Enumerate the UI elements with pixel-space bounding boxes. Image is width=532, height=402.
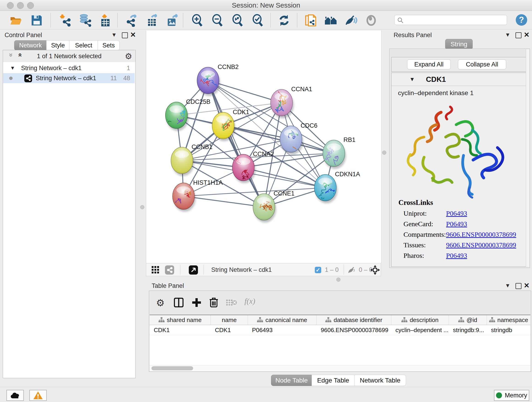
network-node-label: CCNB1 — [191, 143, 213, 150]
cell-id[interactable]: stringdb:9... — [449, 325, 487, 335]
tab-network[interactable]: Network — [14, 40, 47, 51]
open-session-icon[interactable] — [10, 14, 22, 27]
network-node-count: 11 — [110, 73, 117, 83]
crosslink-uniprot-link[interactable]: P06493 — [446, 210, 467, 217]
export-table-icon[interactable] — [146, 14, 158, 27]
network-collection-label: String Network – cdk1 — [21, 63, 82, 73]
expand-all-button[interactable]: Expand All — [407, 59, 451, 70]
cell-canonical-name[interactable]: P06493 — [248, 325, 317, 335]
hidden-eye-slash-icon[interactable] — [348, 267, 356, 274]
save-session-icon[interactable] — [30, 14, 43, 27]
tab-sets[interactable]: Sets — [98, 40, 120, 51]
column-header-namespace[interactable]: namespace — [487, 315, 530, 325]
network-row[interactable]: String Network – cdk1 11 48 — [3, 73, 135, 83]
import-network-database-icon[interactable] — [79, 14, 92, 27]
crosslink-compartments-link[interactable]: 9606.ENSP00000378699 — [446, 230, 516, 238]
import-network-file-icon[interactable] — [59, 14, 72, 27]
table-horizontal-scrollbar[interactable] — [150, 365, 530, 371]
results-tab-string[interactable]: String — [445, 39, 473, 50]
column-header-name[interactable]: name — [211, 315, 248, 325]
cell-database-identifier[interactable]: 9606.ENSP00000378699 — [317, 325, 391, 335]
title-bar: Session: New Session — [0, 0, 532, 11]
show-all-nodes-icon[interactable] — [324, 14, 337, 27]
column-header-shared-name[interactable]: shared name — [150, 315, 211, 325]
table-panel-close-button[interactable]: ✕ — [524, 281, 530, 289]
right-splitter-handle[interactable] — [382, 151, 386, 155]
memory-button[interactable]: Memory — [494, 390, 529, 401]
crosslink-pharos-link[interactable]: P06493 — [446, 252, 467, 259]
bottom-splitter-handle[interactable] — [336, 278, 341, 282]
network-node[interactable]: CCNA1 — [271, 86, 312, 118]
help-button[interactable]: ? — [516, 14, 527, 26]
column-header-id[interactable]: @id — [449, 315, 487, 325]
column-header-description[interactable]: description — [391, 315, 449, 325]
detach-view-icon[interactable] — [189, 265, 198, 274]
network-list-panel: » » 1 of 1 Network selected ⚙ ▼ String N… — [3, 50, 136, 378]
network-node-label: CDK1 — [233, 109, 249, 115]
control-panel-float-button[interactable] — [122, 32, 128, 38]
zoom-in-icon[interactable] — [191, 14, 203, 27]
zoom-selected-icon[interactable] — [251, 14, 264, 27]
hide-selected-icon[interactable] — [345, 14, 357, 27]
network-node[interactable]: CCNA2 — [232, 151, 274, 183]
collapse-all-button[interactable]: Collapse All — [458, 59, 506, 70]
export-network-icon[interactable] — [126, 14, 138, 27]
control-panel-menu-caret[interactable]: ▼ — [111, 32, 117, 38]
network-node[interactable]: CCNB2 — [197, 64, 239, 96]
network-node[interactable]: CCNB1 — [171, 143, 213, 176]
shared-column-icon — [325, 317, 331, 323]
network-node[interactable]: CDC25B — [162, 98, 210, 131]
cloud-status-button[interactable] — [6, 390, 24, 401]
clone-network-icon[interactable] — [304, 14, 317, 27]
network-badge-icon[interactable] — [165, 265, 174, 274]
network-collection-row[interactable]: ▼ String Network – cdk1 1 — [3, 63, 135, 73]
selected-nodes-checkbox[interactable]: ✓ — [315, 267, 321, 273]
export-image-icon[interactable] — [166, 14, 179, 27]
import-table-file-icon[interactable] — [99, 14, 112, 27]
network-view-canvas[interactable]: CCNB2CCNA1CDC25BCDK1CDC6RB1CCNB1CCNA2CDK… — [146, 31, 381, 263]
table-options-gear-icon[interactable]: ⚙ — [156, 297, 165, 308]
show-columns-icon[interactable] — [174, 298, 184, 307]
network-list-options-gear-icon[interactable]: ⚙ — [125, 51, 132, 61]
tab-edge-table[interactable]: Edge Table — [312, 375, 355, 386]
create-column-icon[interactable] — [192, 298, 201, 307]
warnings-button[interactable] — [29, 390, 47, 401]
control-panel-close-button[interactable]: ✕ — [130, 31, 136, 39]
grid-view-icon[interactable] — [152, 266, 159, 274]
search-input[interactable] — [394, 15, 507, 25]
cell-description[interactable]: cyclin–dependent ... — [391, 325, 449, 335]
network-node[interactable]: RB1 — [323, 136, 355, 169]
results-panel-menu-caret[interactable]: ▼ — [505, 32, 510, 38]
string-network-graph[interactable]: CCNB2CCNA1CDC25BCDK1CDC6RB1CCNB1CCNA2CDK… — [146, 31, 381, 263]
cell-name[interactable]: CDK1 — [211, 325, 248, 335]
gene-section-header[interactable]: ▼ CDK1 — [392, 73, 527, 86]
network-node[interactable]: CCNE1 — [253, 190, 295, 223]
crosslink-genecard-link[interactable]: P06493 — [446, 220, 467, 228]
scrollbar-thumb[interactable] — [152, 366, 193, 370]
cell-shared-name[interactable]: CDK1 — [150, 325, 211, 335]
gene-collapse-caret[interactable]: ▼ — [409, 76, 415, 83]
results-scrollbar[interactable] — [526, 49, 529, 267]
results-panel-float-button[interactable] — [515, 32, 521, 38]
network-node[interactable]: CDC6 — [280, 122, 317, 155]
table-panel-float-button[interactable] — [515, 283, 521, 289]
table-panel-menu-caret[interactable]: ▼ — [505, 282, 510, 289]
tab-node-table[interactable]: Node Table — [271, 375, 312, 386]
tree-expander-icon[interactable]: ▼ — [10, 63, 15, 73]
apply-layout-refresh-icon[interactable] — [278, 14, 291, 27]
zoom-out-icon[interactable] — [211, 14, 224, 27]
tab-select[interactable]: Select — [69, 40, 98, 51]
table-row[interactable]: CDK1 CDK1 P06493 9606.ENSP00000378699 cy… — [150, 325, 530, 335]
tab-network-table[interactable]: Network Table — [354, 375, 406, 386]
delete-column-icon[interactable] — [209, 297, 218, 308]
birdseye-navigator-icon[interactable] — [370, 265, 380, 275]
network-node[interactable]: CDKN1A — [314, 171, 360, 203]
crosslink-tissues-link[interactable]: 9606.ENSP00000378699 — [446, 241, 516, 249]
left-splitter-handle[interactable] — [140, 205, 144, 209]
tab-style[interactable]: Style — [46, 40, 70, 51]
zoom-fit-icon[interactable] — [231, 14, 244, 27]
column-header-canonical-name[interactable]: canonical name — [248, 315, 317, 325]
column-header-database-identifier[interactable]: database identifier — [317, 315, 391, 325]
cell-namespace[interactable]: stringdb — [487, 325, 530, 335]
results-panel-close-button[interactable]: ✕ — [524, 31, 530, 39]
